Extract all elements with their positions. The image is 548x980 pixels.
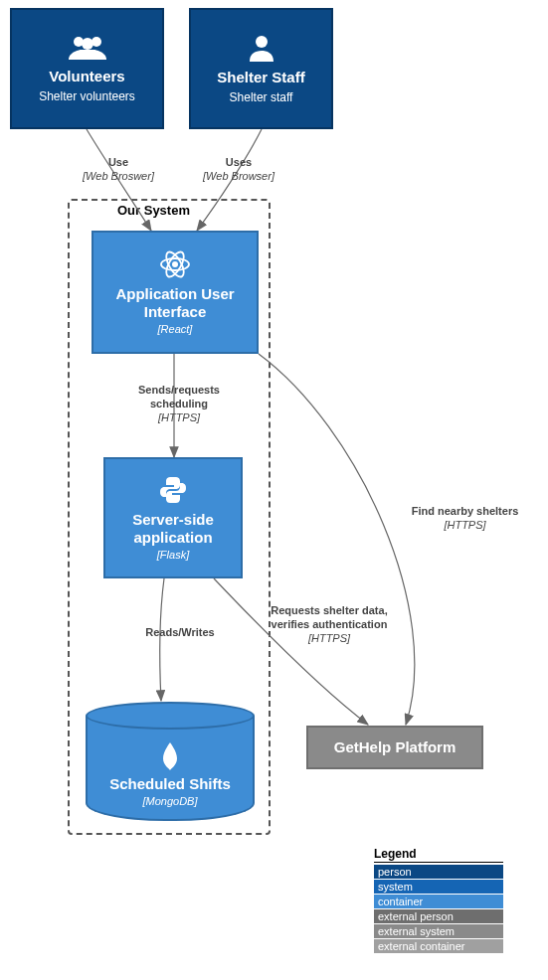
svg-point-3 bbox=[256, 36, 268, 48]
legend-row: external container bbox=[374, 939, 503, 953]
node-db: Scheduled Shifts [MongoDB] bbox=[86, 716, 255, 821]
mongodb-icon bbox=[160, 741, 180, 771]
staff-subtitle: Shelter staff bbox=[230, 90, 293, 104]
node-staff: Shelter Staff Shelter staff bbox=[189, 8, 333, 129]
edge-label-tech: [HTTPS] bbox=[265, 632, 394, 646]
db-top-ellipse bbox=[86, 702, 255, 730]
user-icon bbox=[247, 33, 276, 63]
edge-label-tech: [Web Broswer] bbox=[74, 170, 163, 184]
edge-ui-gethelp: Find nearby shelters [HTTPS] bbox=[388, 505, 542, 533]
legend-row: system bbox=[374, 880, 503, 894]
edge-label-text: Find nearby shelters bbox=[388, 505, 542, 519]
edge-label-tech: [HTTPS] bbox=[119, 411, 239, 425]
db-tech: [MongoDB] bbox=[142, 795, 197, 807]
edge-server-gethelp: Requests shelter data, verifies authenti… bbox=[265, 604, 394, 645]
edge-volunteers-ui: Use [Web Broswer] bbox=[74, 156, 163, 184]
ui-tech: [React] bbox=[158, 323, 193, 335]
edge-label-text: Requests shelter data, verifies authenti… bbox=[265, 604, 394, 632]
legend-row: external system bbox=[374, 924, 503, 938]
edge-label-text: Sends/requests scheduling bbox=[119, 384, 239, 411]
db-title: Scheduled Shifts bbox=[103, 775, 237, 793]
node-gethelp: GetHelp Platform bbox=[306, 726, 483, 769]
edge-label-text: Uses bbox=[189, 156, 288, 170]
ui-title: Application User Interface bbox=[93, 285, 257, 321]
volunteers-title: Volunteers bbox=[43, 68, 130, 85]
node-volunteers: Volunteers Shelter volunteers bbox=[10, 8, 164, 129]
legend-title: Legend bbox=[374, 847, 503, 863]
users-icon bbox=[67, 34, 108, 62]
react-icon bbox=[158, 249, 192, 279]
volunteers-subtitle: Shelter volunteers bbox=[39, 89, 135, 103]
staff-title: Shelter Staff bbox=[211, 69, 310, 86]
edge-server-db: Reads/Writes bbox=[125, 626, 235, 640]
edge-staff-ui: Uses [Web Browser] bbox=[189, 156, 288, 184]
edge-label-tech: [HTTPS] bbox=[388, 519, 542, 533]
edge-label-tech: [Web Browser] bbox=[189, 170, 288, 184]
python-icon bbox=[158, 475, 188, 505]
legend-row: external person bbox=[374, 909, 503, 923]
gethelp-title: GetHelp Platform bbox=[328, 738, 462, 756]
server-tech: [Flask] bbox=[157, 549, 189, 561]
svg-point-2 bbox=[82, 38, 93, 50]
node-ui: Application User Interface [React] bbox=[91, 231, 259, 354]
legend: Legend person system container external … bbox=[374, 847, 503, 954]
server-title: Server-side application bbox=[105, 511, 241, 547]
legend-row: container bbox=[374, 895, 503, 908]
legend-row: person bbox=[374, 865, 503, 879]
edge-ui-server: Sends/requests scheduling [HTTPS] bbox=[119, 384, 239, 424]
system-boundary-label: Our System bbox=[117, 203, 190, 218]
edge-label-text: Reads/Writes bbox=[125, 626, 235, 640]
svg-point-4 bbox=[172, 261, 178, 267]
node-server: Server-side application [Flask] bbox=[103, 457, 243, 578]
edge-label-text: Use bbox=[74, 156, 163, 170]
